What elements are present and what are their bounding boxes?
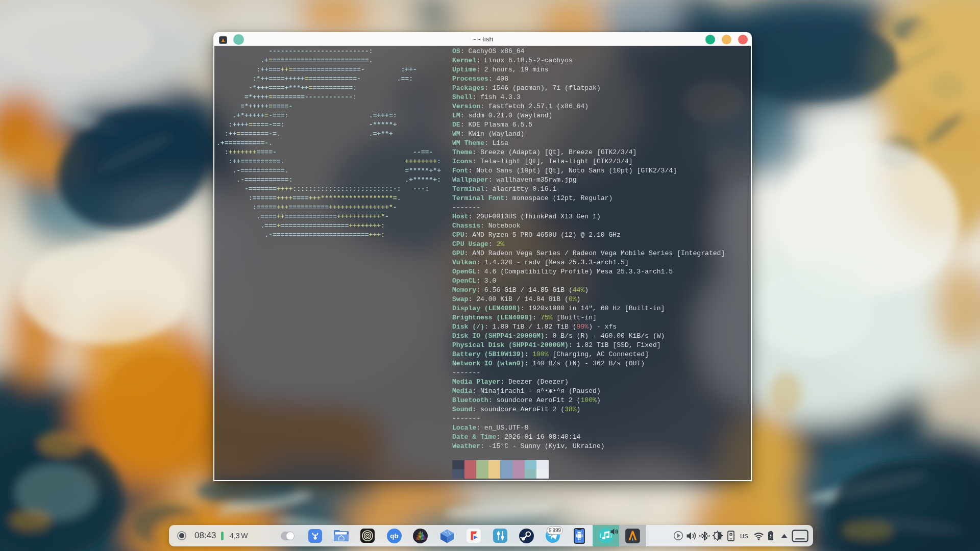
svg-text:qb: qb bbox=[390, 532, 399, 540]
